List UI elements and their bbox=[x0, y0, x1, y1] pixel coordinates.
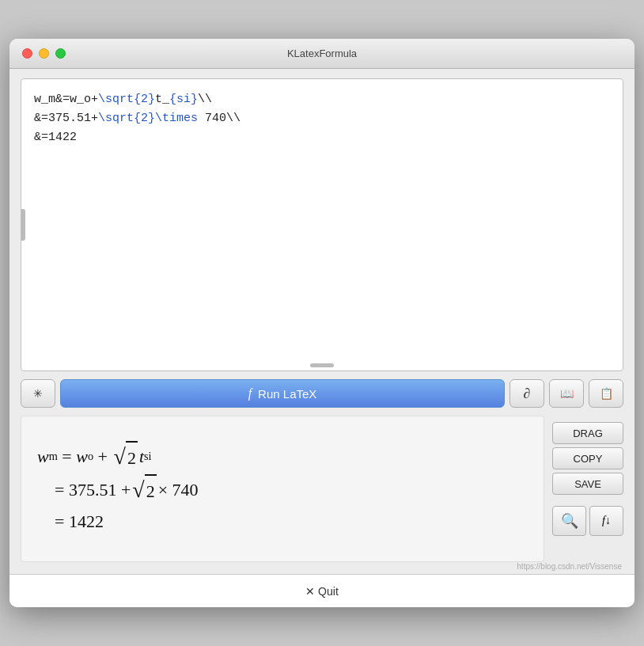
partial-icon: ∂ bbox=[524, 386, 531, 402]
traffic-lights bbox=[22, 48, 66, 59]
copy-label: COPY bbox=[574, 453, 603, 465]
formula-line-3: = 1422 bbox=[37, 506, 104, 538]
fx-button[interactable]: f↓ bbox=[589, 506, 623, 536]
function-icon: f bbox=[248, 386, 252, 401]
book-button[interactable]: 📖 bbox=[549, 379, 584, 408]
minimize-button[interactable] bbox=[39, 48, 49, 59]
formula-line-2: = 375.51 + √ 2 × 740 bbox=[37, 473, 199, 507]
preview-area: wm = wo + √ 2 tsi = 375.51 + √ 2 × 740 bbox=[9, 416, 635, 574]
search-button[interactable]: 🔍 bbox=[552, 506, 586, 536]
search-icon: 🔍 bbox=[561, 512, 578, 530]
formula-display: wm = wo + √ 2 tsi = 375.51 + √ 2 × 740 bbox=[21, 416, 544, 562]
toolbar: ✳ f Run LaTeX ∂ 📖 📋 bbox=[9, 371, 635, 416]
maximize-button[interactable] bbox=[55, 48, 66, 59]
watermark: https://blog.csdn.net/Vissense bbox=[517, 562, 622, 571]
latex-editor[interactable]: w_m&=w_o+\sqrt{2}t_{si}\\ &=375.51+\sqrt… bbox=[21, 78, 623, 371]
resize-handle[interactable] bbox=[310, 363, 334, 367]
editor-line-2: &=375.51+\sqrt{2}\times 740\\ bbox=[34, 109, 610, 128]
clipboard-icon: 📋 bbox=[600, 387, 613, 400]
quit-bar[interactable]: ✕ Quit bbox=[9, 574, 635, 607]
partial-button[interactable]: ∂ bbox=[510, 379, 544, 408]
sqrt-symbol-2: √ 2 bbox=[132, 473, 156, 507]
title-bar: KLatexFormula bbox=[9, 39, 635, 69]
quit-label: ✕ Quit bbox=[305, 585, 339, 598]
drag-label: DRAG bbox=[573, 428, 603, 439]
editor-line-1: w_m&=w_o+\sqrt{2}t_{si}\\ bbox=[34, 90, 610, 109]
fx-icon: f↓ bbox=[602, 515, 611, 527]
run-latex-label: Run LaTeX bbox=[258, 387, 316, 401]
sqrt-symbol-1: √ 2 bbox=[114, 440, 138, 473]
action-buttons: DRAG COPY SAVE 🔍 f↓ bbox=[552, 416, 623, 536]
formula-line-1: wm = wo + √ 2 tsi bbox=[37, 440, 152, 473]
close-button[interactable] bbox=[22, 48, 32, 59]
copy-button[interactable]: COPY bbox=[552, 447, 623, 469]
clipboard-button[interactable]: 📋 bbox=[589, 379, 623, 408]
window-title: KLatexFormula bbox=[287, 48, 357, 59]
app-window: KLatexFormula w_m&=w_o+\sqrt{2}t_{si}\\ … bbox=[9, 39, 635, 607]
icon-row: 🔍 f↓ bbox=[552, 506, 623, 536]
brightness-button[interactable]: ✳ bbox=[21, 379, 55, 408]
left-resize-handle[interactable] bbox=[21, 209, 25, 241]
save-label: SAVE bbox=[574, 478, 601, 490]
editor-content[interactable]: w_m&=w_o+\sqrt{2}t_{si}\\ &=375.51+\sqrt… bbox=[21, 79, 623, 158]
save-button[interactable]: SAVE bbox=[552, 473, 623, 495]
run-latex-button[interactable]: f Run LaTeX bbox=[60, 379, 505, 408]
book-icon: 📖 bbox=[560, 387, 574, 400]
brightness-icon: ✳ bbox=[33, 387, 43, 400]
drag-button[interactable]: DRAG bbox=[552, 422, 623, 444]
editor-line-3: &=1422 bbox=[34, 128, 610, 147]
